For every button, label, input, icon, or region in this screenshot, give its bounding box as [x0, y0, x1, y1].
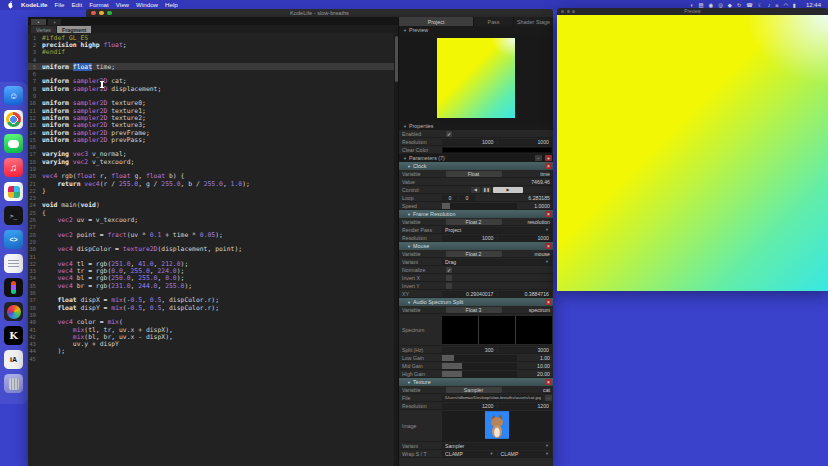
dock-ia-writer-icon[interactable]: iA — [4, 350, 23, 369]
file-path-field[interactable]: /Users/rdlomax/Desktop/slow-breaths/asse… — [442, 395, 543, 401]
dock-terminal-icon[interactable]: >_ — [4, 206, 23, 225]
menu-edit[interactable]: Edit — [71, 0, 82, 10]
code-area[interactable]: 1#ifdef GL_ES2precision highp float;3#en… — [28, 34, 394, 466]
type-button[interactable]: Float 2 — [446, 219, 502, 225]
remove-frame-resolution-button[interactable]: × — [545, 211, 552, 217]
code-line-5[interactable]: 5uniform float time; — [28, 63, 394, 70]
resolution-value-2[interactable]: 1200 — [498, 403, 553, 409]
inspector-tab-pass[interactable]: Pass — [474, 17, 513, 26]
loop-start-field[interactable]: 0 — [442, 195, 458, 201]
remove-parameter-button[interactable]: − — [535, 155, 542, 161]
low-gain-slider[interactable] — [442, 355, 517, 361]
code-line-24[interactable]: 24void main(void) — [28, 202, 394, 209]
code-line-35[interactable]: 35 vec4 br = rgb(231.0, 244.0, 255.0); — [28, 282, 394, 289]
split-hz-value-1[interactable]: 300 — [442, 347, 497, 353]
browse-file-button[interactable]: … — [545, 395, 552, 401]
type-button[interactable]: Float 2 — [446, 251, 502, 257]
checkbox-normalize[interactable]: ✓ — [446, 267, 452, 273]
preview-section-header[interactable]: ▼ Preview — [399, 26, 553, 34]
pass-tab[interactable]: • — [31, 19, 46, 25]
code-line-15[interactable]: 15uniform sampler2D prevPass; — [28, 136, 394, 143]
checkbox-invert-x[interactable] — [446, 275, 452, 281]
play-button[interactable]: ▶ — [493, 187, 523, 193]
code-line-22[interactable]: 22} — [28, 187, 394, 194]
code-line-18[interactable]: 18varying vec2 v_texcoord; — [28, 158, 394, 165]
code-line-8[interactable]: 8uniform sampler2D displacement; — [28, 85, 394, 92]
menu-kodelife[interactable]: KodeLife — [21, 0, 47, 10]
code-line-28[interactable]: 28 vec2 point = fract(uv * 0.1 + time * … — [28, 231, 394, 238]
code-line-3[interactable]: 3#endif — [28, 49, 394, 56]
slider-thumb[interactable] — [442, 355, 454, 361]
wrap-s-t-dropdown-1[interactable]: CLAMP▼ — [442, 451, 497, 457]
xy-value-2[interactable]: 0.3884716 — [498, 291, 553, 297]
checkbox-enabled[interactable]: ✓ — [446, 131, 452, 137]
remove-texture-button[interactable]: × — [545, 379, 552, 385]
preview-window[interactable]: Preview — [557, 8, 828, 291]
checkbox-invert-y[interactable] — [446, 283, 452, 289]
slider-thumb[interactable] — [442, 203, 450, 209]
code-line-21[interactable]: 21 return vec4(r / 255.0, g / 255.0, b /… — [28, 180, 394, 187]
code-line-43[interactable]: 43 uv.y + dispY — [28, 340, 394, 347]
low-gain-value[interactable]: 1.00 — [518, 355, 552, 361]
inspector-tab-shader-stage[interactable]: Shader Stage — [514, 17, 553, 26]
type-button[interactable]: Float — [446, 171, 502, 177]
pause-button[interactable]: ❚❚ — [482, 187, 491, 193]
dock-slack-icon[interactable] — [4, 182, 23, 201]
remove-audio-spectrum-split-button[interactable]: × — [545, 299, 552, 305]
speed-value[interactable]: 1.0000 — [518, 203, 552, 209]
clock-header[interactable]: ▼Clock× — [399, 162, 553, 170]
resolution-value-1[interactable]: 1000 — [442, 139, 497, 145]
rewind-button[interactable]: ◀ — [471, 187, 480, 193]
tab-vertex[interactable]: Vertex — [31, 26, 56, 33]
menu-file[interactable]: File — [54, 0, 64, 10]
code-line-26[interactable]: 26 vec2 uv = v_texcoord; — [28, 216, 394, 223]
cat-thumbnail[interactable] — [485, 411, 509, 440]
loop-enable-field[interactable]: 0 — [459, 195, 475, 201]
speed-slider[interactable] — [442, 203, 517, 209]
slider-thumb[interactable] — [442, 371, 462, 377]
split-hz-value-2[interactable]: 3000 — [498, 347, 553, 353]
mid-gain-value[interactable]: 10.00 — [518, 363, 552, 369]
resolution-value-2[interactable]: 1000 — [498, 235, 553, 241]
resolution-value-1[interactable]: 1200 — [442, 403, 497, 409]
spectrum-display[interactable] — [442, 316, 552, 344]
texture-header[interactable]: ▼Texture× — [399, 378, 553, 386]
code-line-2[interactable]: 2precision highp float; — [28, 41, 394, 48]
code-line-38[interactable]: 38 float dispY = mix(-0.5, 0.5, dispColo… — [28, 304, 394, 311]
parameters-section-header[interactable]: ▼Parameters (7)−+ — [399, 154, 553, 162]
dock-messages-icon[interactable] — [4, 134, 23, 153]
remove-mouse-button[interactable]: × — [545, 243, 552, 249]
color-swatch[interactable] — [442, 147, 552, 153]
kodelife-title-bar[interactable]: KodeLife - slow-breaths — [86, 9, 553, 17]
dock-finder-icon[interactable]: ☺ — [4, 86, 23, 105]
add-parameter-button[interactable]: + — [545, 155, 552, 161]
variant-dropdown[interactable]: Drag▼ — [442, 259, 552, 265]
wrap-s-t-dropdown-2[interactable]: CLAMP▼ — [498, 451, 553, 457]
high-gain-value[interactable]: 20.00 — [518, 371, 552, 377]
mouse-header[interactable]: ▼Mouse× — [399, 242, 553, 250]
apple-menu-icon[interactable] — [7, 1, 14, 9]
code-line-30[interactable]: 30 vec4 dispColor = texture2D(displaceme… — [28, 246, 394, 253]
code-line-45[interactable]: 45 — [28, 355, 394, 362]
mid-gain-slider[interactable] — [442, 363, 517, 369]
variant-dropdown[interactable]: Sampler▼ — [442, 443, 552, 449]
resolution-value-2[interactable]: 1000 — [498, 139, 553, 145]
dock-notes-icon[interactable] — [4, 254, 23, 273]
add-pass-button[interactable]: + — [48, 19, 61, 25]
high-gain-slider[interactable] — [442, 371, 517, 377]
tab-fragment[interactable]: Fragment — [57, 26, 91, 33]
frame-resolution-header[interactable]: ▼Frame Resolution× — [399, 210, 553, 218]
type-button[interactable]: Sampler — [446, 387, 502, 393]
resolution-value-1[interactable]: 1000 — [442, 235, 497, 241]
code-line-44[interactable]: 44 ); — [28, 348, 394, 355]
dock-figma-icon[interactable] — [4, 278, 23, 297]
value-value[interactable]: 7469.46 — [442, 179, 552, 185]
properties-section-header[interactable]: ▼Properties — [399, 122, 553, 130]
audio-spectrum-split-header[interactable]: ▼Audio Spectrum Split× — [399, 298, 553, 306]
remove-clock-button[interactable]: × — [545, 163, 552, 169]
inspector-tab-project[interactable]: Project — [399, 17, 473, 26]
render-pass-dropdown[interactable]: Project▼ — [442, 227, 552, 233]
xy-value-1[interactable]: 0.29040017 — [442, 291, 497, 297]
loop-end-value[interactable]: 6.283185 — [476, 195, 552, 201]
dock-music-icon[interactable]: ♫ — [4, 158, 23, 177]
